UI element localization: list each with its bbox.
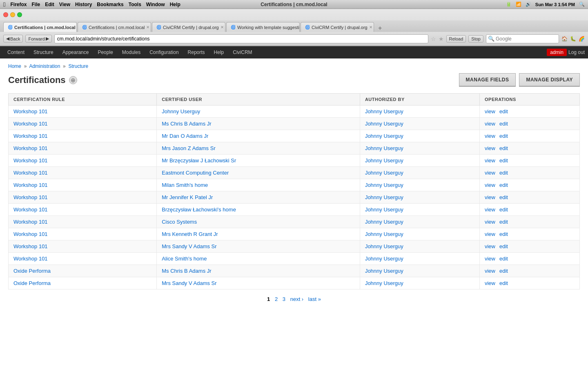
- menu-bookmarks[interactable]: Bookmarks: [97, 2, 123, 7]
- authorized-link[interactable]: Johnny Userguy: [365, 133, 403, 139]
- user-link[interactable]: Johnny Userguy: [162, 108, 200, 114]
- authorized-link[interactable]: Johnny Userguy: [365, 157, 403, 164]
- logout-link[interactable]: Log out: [568, 49, 585, 55]
- rule-link[interactable]: Workshop 101: [13, 182, 48, 188]
- edit-link[interactable]: edit: [499, 157, 508, 164]
- edit-link[interactable]: edit: [499, 108, 508, 114]
- view-link[interactable]: view: [485, 268, 495, 274]
- edit-link[interactable]: edit: [499, 133, 508, 139]
- authorized-link[interactable]: Johnny Userguy: [365, 243, 403, 249]
- rule-link[interactable]: Oxide Performa: [13, 280, 51, 286]
- nav-modules[interactable]: Modules: [118, 46, 145, 58]
- bookmark-star-icon[interactable]: ☆: [431, 36, 436, 42]
- nav-appearance[interactable]: Appearance: [58, 46, 93, 58]
- rule-link[interactable]: Workshop 101: [13, 145, 48, 151]
- user-link[interactable]: Eastmont Computing Center: [162, 170, 229, 176]
- authorized-link[interactable]: Johnny Userguy: [365, 219, 403, 225]
- breadcrumb-home[interactable]: Home: [8, 63, 21, 69]
- search-input[interactable]: [496, 36, 557, 42]
- firebug-icon[interactable]: 🐛: [570, 36, 576, 42]
- user-link[interactable]: Ms Chris B Adams Jr: [162, 121, 211, 127]
- rule-link[interactable]: Workshop 101: [13, 108, 48, 114]
- view-link[interactable]: view: [485, 231, 495, 237]
- menu-firefox[interactable]: Firefox: [10, 2, 27, 7]
- search-mac-icon[interactable]: 🔍: [579, 2, 585, 7]
- user-link[interactable]: Mr Brzęczysław J Łachowski Sr: [162, 157, 236, 164]
- menu-view[interactable]: View: [59, 2, 70, 7]
- rule-link[interactable]: Workshop 101: [13, 219, 48, 225]
- edit-link[interactable]: edit: [499, 182, 508, 188]
- view-link[interactable]: view: [485, 206, 495, 213]
- view-link[interactable]: view: [485, 170, 495, 176]
- user-link[interactable]: Mr Dan O Adams Jr: [162, 133, 208, 139]
- breadcrumb-structure[interactable]: Structure: [68, 63, 88, 69]
- user-link[interactable]: Mr Jennifer K Patel Jr: [162, 194, 213, 200]
- nav-help[interactable]: Help: [210, 46, 228, 58]
- tab-1[interactable]: 🌀 Certifications | cm.mod.local ✕: [78, 22, 151, 32]
- view-link[interactable]: view: [485, 108, 495, 114]
- menu-tools[interactable]: Tools: [129, 2, 141, 7]
- admin-badge[interactable]: admin: [547, 49, 567, 56]
- page-last-link[interactable]: last »: [308, 296, 321, 302]
- view-link[interactable]: view: [485, 182, 495, 188]
- authorized-link[interactable]: Johnny Userguy: [365, 256, 403, 262]
- view-link[interactable]: view: [485, 219, 495, 225]
- rule-link[interactable]: Workshop 101: [13, 133, 48, 139]
- menu-edit[interactable]: Edit: [45, 2, 54, 7]
- nav-structure[interactable]: Structure: [29, 46, 58, 58]
- authorized-link[interactable]: Johnny Userguy: [365, 280, 403, 286]
- edit-link[interactable]: edit: [499, 145, 508, 151]
- page-next-link[interactable]: next ›: [290, 296, 304, 302]
- edit-link[interactable]: edit: [499, 256, 508, 262]
- tab-2[interactable]: 🌀 CiviCRM Certify | drupal.org ✕: [152, 22, 225, 32]
- authorized-link[interactable]: Johnny Userguy: [365, 145, 403, 151]
- maximize-button[interactable]: [17, 12, 22, 17]
- rule-link[interactable]: Workshop 101: [13, 157, 48, 164]
- breadcrumb-administration[interactable]: Administration: [29, 63, 60, 69]
- view-link[interactable]: view: [485, 256, 495, 262]
- rule-link[interactable]: Workshop 101: [13, 231, 48, 237]
- manage-display-button[interactable]: MANAGE DISPLAY: [519, 73, 580, 87]
- tab-4[interactable]: 🌀 CiviCRM Certify | drupal.org ✕: [301, 22, 374, 32]
- tab-0[interactable]: 🌀 Certifications | cm.mod.local ✕: [3, 22, 77, 32]
- minimize-button[interactable]: [10, 12, 15, 17]
- rule-link[interactable]: Workshop 101: [13, 256, 48, 262]
- user-link[interactable]: Milan Smith's home: [162, 182, 208, 188]
- menu-window[interactable]: Window: [146, 2, 165, 7]
- authorized-link[interactable]: Johnny Userguy: [365, 206, 403, 213]
- menu-file[interactable]: File: [32, 2, 40, 7]
- authorized-link[interactable]: Johnny Userguy: [365, 170, 403, 176]
- edit-link[interactable]: edit: [499, 219, 508, 225]
- reload-button[interactable]: Reload: [446, 35, 466, 43]
- user-link[interactable]: Mrs Sandy V Adams Sr: [162, 280, 216, 286]
- tab-3[interactable]: 🌀 Working with template suggesti... ✕: [226, 22, 300, 32]
- nav-civicrm[interactable]: CiviCRM: [229, 46, 256, 58]
- view-link[interactable]: view: [485, 194, 495, 200]
- user-link[interactable]: Cisco Systems: [162, 219, 197, 225]
- nav-configuration[interactable]: Configuration: [145, 46, 183, 58]
- user-link[interactable]: Mrs Sandy V Adams Sr: [162, 243, 216, 249]
- manage-fields-button[interactable]: MANAGE FIELDS: [459, 73, 516, 87]
- view-link[interactable]: view: [485, 243, 495, 249]
- edit-link[interactable]: edit: [499, 243, 508, 249]
- edit-link[interactable]: edit: [499, 121, 508, 127]
- view-link[interactable]: view: [485, 145, 495, 151]
- nav-content[interactable]: Content: [3, 46, 29, 58]
- rainbow-icon[interactable]: 🌈: [579, 36, 585, 42]
- forward-button[interactable]: Forward ▶: [25, 35, 51, 43]
- user-link[interactable]: Mrs Jason Z Adams Sr: [162, 145, 215, 151]
- edit-link[interactable]: edit: [499, 194, 508, 200]
- nav-people[interactable]: People: [94, 46, 117, 58]
- page-3-link[interactable]: 3: [283, 296, 285, 302]
- authorized-link[interactable]: Johnny Userguy: [365, 231, 403, 237]
- close-button[interactable]: [3, 12, 8, 17]
- menu-help[interactable]: Help: [170, 2, 180, 7]
- user-link[interactable]: Alice Smith's home: [162, 256, 207, 262]
- new-tab-button[interactable]: +: [375, 25, 385, 32]
- edit-link[interactable]: edit: [499, 206, 508, 213]
- add-certification-button[interactable]: ⊕: [69, 76, 77, 84]
- view-link[interactable]: view: [485, 157, 495, 164]
- rule-link[interactable]: Workshop 101: [13, 170, 48, 176]
- authorized-link[interactable]: Johnny Userguy: [365, 194, 403, 200]
- url-input[interactable]: [54, 34, 428, 43]
